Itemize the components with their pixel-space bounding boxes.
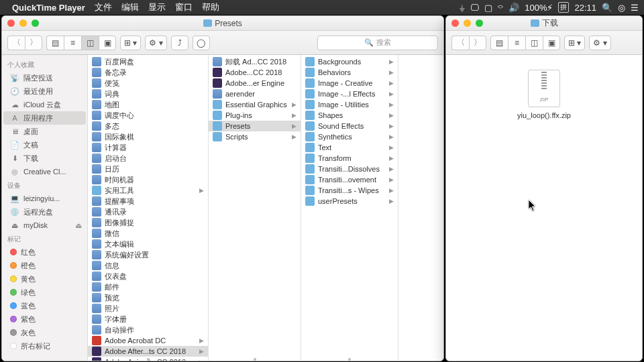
input-method[interactable]: 拼: [558, 2, 569, 13]
list-item[interactable]: 词典: [88, 88, 208, 99]
sidebar-item-黄色[interactable]: 黄色: [3, 272, 86, 286]
notification-center-icon[interactable]: ☰: [631, 3, 639, 13]
list-item[interactable]: Behaviors▶: [301, 67, 398, 78]
list-item[interactable]: Image - Creative▶: [301, 78, 398, 88]
siri-icon[interactable]: ◎: [618, 3, 625, 13]
list-item[interactable]: 图像捕捉: [88, 217, 208, 228]
sidebar-item-远程光盘[interactable]: 💿远程光盘: [3, 205, 86, 219]
sidebar-item-最近使用[interactable]: 🕘最近使用: [3, 84, 86, 98]
view-columns[interactable]: ◫: [81, 36, 99, 50]
list-item[interactable]: 卸载 Ad...CC 2018: [209, 56, 301, 67]
menu-帮助[interactable]: 帮助: [202, 2, 219, 12]
list-item[interactable]: Transiti...ovement▶: [301, 174, 398, 185]
back-button[interactable]: 〈: [7, 36, 25, 50]
list-item[interactable]: 调度中心: [88, 110, 208, 121]
column-ae-contents[interactable]: 卸载 Ad...CC 2018Adobe...CC 2018Adobe...er…: [209, 55, 301, 361]
view-list[interactable]: ≡: [508, 36, 525, 50]
list-item[interactable]: 启动台: [88, 153, 208, 164]
sidebar-item-文稿[interactable]: 📄文稿: [3, 138, 86, 152]
volume-icon[interactable]: 🔊: [508, 3, 519, 13]
list-item[interactable]: 日历: [88, 164, 208, 174]
list-item[interactable]: 计算器: [88, 142, 208, 153]
view-list[interactable]: ≡: [64, 36, 81, 50]
list-item[interactable]: 地图: [88, 99, 208, 110]
list-item[interactable]: 预览: [88, 292, 208, 303]
sidebar-item-下载[interactable]: ⬇︎下载: [3, 152, 86, 165]
search-field[interactable]: 🔍搜索: [317, 36, 438, 50]
view-columns[interactable]: ◫: [525, 36, 543, 50]
list-item[interactable]: Scripts▶: [209, 131, 301, 142]
list-item[interactable]: 通讯录: [88, 206, 208, 217]
display-icon[interactable]: 🖵: [470, 3, 479, 13]
list-item[interactable]: Presets▶: [209, 121, 301, 131]
list-item[interactable]: Sound Effects▶: [301, 121, 398, 131]
minimize-button[interactable]: [19, 19, 27, 27]
sidebar-item-Creative Cl...[interactable]: ◎Creative Cl...: [3, 165, 86, 178]
menu-文件[interactable]: 文件: [95, 2, 112, 12]
share-button[interactable]: ⤴: [171, 36, 189, 50]
list-item[interactable]: 实用工具▶: [88, 185, 208, 196]
list-item[interactable]: 文本编辑: [88, 239, 208, 249]
sidebar-item-leizingyiu...[interactable]: 💻leizingyiu...: [3, 192, 86, 205]
close-button[interactable]: [451, 19, 459, 27]
bluetooth-icon[interactable]: ⌔: [498, 3, 503, 13]
zoom-button[interactable]: [32, 19, 39, 27]
menu-编辑[interactable]: 编辑: [121, 2, 139, 12]
sidebar-item-橙色[interactable]: 橙色: [3, 259, 86, 272]
sidebar-item-绿色[interactable]: 绿色: [3, 286, 86, 299]
action-button[interactable]: ⚙ ▾: [589, 36, 610, 50]
column-applications[interactable]: 百度网盘备忘录便笺词典地图调度中心多态国际象棋计算器启动台日历时间机器实用工具▶…: [88, 55, 209, 361]
sidebar-item-myDisk[interactable]: ⏏myDisk⏏: [3, 219, 86, 232]
list-item[interactable]: userPresets▶: [301, 196, 398, 206]
list-item[interactable]: 字体册: [88, 314, 208, 324]
sidebar-item-隔空投送[interactable]: 📡隔空投送: [3, 71, 86, 84]
sidebar-item-所右标记[interactable]: 所右标记: [3, 339, 86, 353]
battery-status[interactable]: 100% ⚡︎: [525, 3, 553, 13]
list-item[interactable]: 照片: [88, 303, 208, 314]
list-item[interactable]: 国际象棋: [88, 131, 208, 142]
list-item[interactable]: 微信: [88, 228, 208, 239]
clock[interactable]: 22:11: [574, 3, 596, 13]
column-presets[interactable]: Backgrounds▶Behaviors▶Image - Creative▶I…: [301, 55, 398, 361]
file-name[interactable]: yiu_loop().ffx.zip: [517, 111, 571, 119]
back-button[interactable]: 〈: [451, 36, 469, 50]
list-item[interactable]: Adobe After...ts CC 2018▶: [88, 346, 208, 357]
view-gallery[interactable]: ▣: [99, 36, 116, 50]
list-item[interactable]: 百度网盘: [88, 56, 208, 67]
sidebar-item-紫色[interactable]: 紫色: [3, 312, 86, 326]
list-item[interactable]: Shapes▶: [301, 110, 398, 121]
list-item[interactable]: 仪表盘: [88, 271, 208, 282]
list-item[interactable]: Synthetics▶: [301, 131, 398, 142]
sidebar-item-红色[interactable]: 红色: [3, 245, 86, 259]
list-item[interactable]: Image -...l Effects▶: [301, 88, 398, 99]
arrange-button[interactable]: ⊞ ▾: [120, 36, 141, 50]
zoom-button[interactable]: [476, 19, 483, 27]
view-icons[interactable]: ▤: [490, 36, 508, 50]
arrange-button[interactable]: ⊞ ▾: [564, 36, 585, 50]
minimize-button[interactable]: [464, 19, 471, 27]
list-item[interactable]: 系统偏好设置: [88, 249, 208, 260]
forward-button[interactable]: 〉: [25, 36, 42, 50]
sidebar-item-应用程序[interactable]: A应用程序: [3, 111, 86, 125]
menu-窗口[interactable]: 窗口: [175, 2, 193, 12]
list-item[interactable]: Plug-ins▶: [209, 110, 301, 121]
spotlight-icon[interactable]: 🔍: [602, 3, 612, 13]
close-button[interactable]: [7, 19, 15, 27]
list-item[interactable]: 时间机器: [88, 174, 208, 185]
airplay-icon[interactable]: ▢: [484, 3, 492, 13]
view-gallery[interactable]: ▣: [543, 36, 560, 50]
list-item[interactable]: 备忘录: [88, 67, 208, 78]
list-item[interactable]: Adobe...CC 2018: [209, 67, 301, 78]
list-item[interactable]: 便笺: [88, 78, 208, 88]
eject-icon[interactable]: ⏏: [75, 221, 82, 230]
list-item[interactable]: Essential Graphics▶: [209, 99, 301, 110]
zip-file-icon[interactable]: [528, 70, 560, 107]
tags-button[interactable]: ◯: [193, 36, 210, 50]
list-item[interactable]: 自动操作: [88, 324, 208, 335]
list-item[interactable]: Transiti...s - Wipes▶: [301, 185, 398, 196]
list-item[interactable]: aerender: [209, 88, 301, 99]
view-icons[interactable]: ▤: [46, 36, 64, 50]
list-item[interactable]: Image - Utilities▶: [301, 99, 398, 110]
list-item[interactable]: 邮件: [88, 282, 208, 292]
menu-显示[interactable]: 显示: [148, 2, 166, 12]
